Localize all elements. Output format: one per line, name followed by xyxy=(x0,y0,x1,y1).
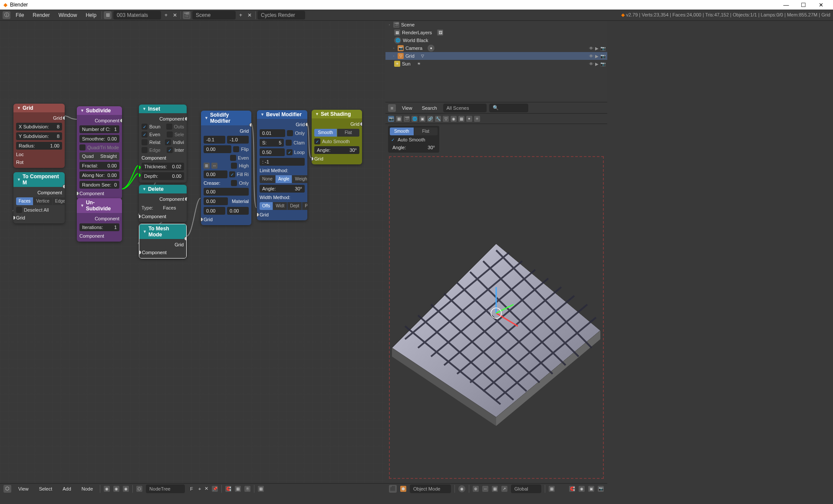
outliner-scene-row[interactable]: ◦🎬Scene xyxy=(385,21,607,29)
shading-mode-segment[interactable]: SmoothFlat xyxy=(314,128,359,137)
selectable-icon[interactable]: ▶ xyxy=(595,54,599,59)
pin-icon[interactable]: 📌 xyxy=(212,486,218,492)
pivot-icon[interactable]: ⊕ xyxy=(473,486,479,492)
bevel-width-segment[interactable]: OffsWidtDeptPerc xyxy=(260,201,305,211)
node-to-mesh[interactable]: To Mesh Mode Grid Component xyxy=(139,224,187,259)
opengl-render-icon[interactable]: 📷 xyxy=(598,486,604,492)
texture-icon[interactable]: ▦ xyxy=(458,116,464,122)
fake-user-button[interactable]: F xyxy=(188,486,195,491)
selectable-icon[interactable]: ▶ xyxy=(595,62,599,66)
node-unsubdivide-header[interactable]: Un-Subdivide xyxy=(77,198,122,213)
subdiv-quad-field[interactable]: QuadStraight xyxy=(79,152,119,160)
nodetree-icon[interactable]: ⬡ xyxy=(136,486,142,492)
node-set-shading[interactable]: Set Shading Grid SmoothFlat Auto Smooth … xyxy=(312,110,362,164)
node-bevel[interactable]: Bevel Modifier Grid 0.01Only S:5Clam 0.5… xyxy=(257,110,307,220)
orientation-field[interactable]: Global xyxy=(511,484,541,493)
transform-icon[interactable]: ↗ xyxy=(501,486,507,492)
nodetree-add-button[interactable]: + xyxy=(198,486,201,491)
visibility-icon[interactable]: 👁 xyxy=(589,62,593,66)
socket-out[interactable] xyxy=(184,117,187,121)
constraint-icon[interactable]: 🔗 xyxy=(427,116,433,122)
socket-out[interactable] xyxy=(63,116,65,120)
snap-type-icon[interactable]: ▦ xyxy=(235,486,241,492)
invert-icon[interactable]: ↔ xyxy=(211,163,217,169)
node-grid[interactable]: Grid Grid X Subdivision:8 Y Subdivision:… xyxy=(13,104,65,168)
node-tree-type-icon[interactable]: ◉ xyxy=(104,486,110,492)
backdrop-icon[interactable]: ▦ xyxy=(258,486,264,492)
outliner-world-row[interactable]: 🌐World Black xyxy=(385,36,607,44)
socket-out[interactable] xyxy=(305,122,307,127)
menu-help[interactable]: Help xyxy=(82,11,100,19)
node-menu-add[interactable]: Add xyxy=(59,485,75,492)
socket-out[interactable] xyxy=(184,236,187,241)
modifier-icon[interactable]: 🔧 xyxy=(435,116,441,122)
render-icon[interactable]: 📷 xyxy=(600,62,606,66)
component-type-segment[interactable]: FacesVerticeEdges xyxy=(16,196,62,206)
3d-viewport[interactable]: SmoothFlat Auto Smooth Angle:30° xyxy=(385,124,607,494)
node-unsubdivide[interactable]: Un-Subdivide Component Iterations:1 Comp… xyxy=(77,198,122,242)
node-to-component-header[interactable]: To Component M xyxy=(13,172,65,187)
subdiv-along-field[interactable]: Along Nor:0.00 xyxy=(79,171,119,179)
node-subdivide[interactable]: Subdivide Component Number of C:1 Smooth… xyxy=(77,106,122,199)
scene-add-button[interactable]: + xyxy=(237,12,244,18)
subdiv-smooth-field[interactable]: Smoothne:0.00 xyxy=(79,135,119,143)
menu-file[interactable]: File xyxy=(12,11,27,19)
node-subdivide-header[interactable]: Subdivide xyxy=(77,106,122,115)
close-button[interactable]: ✕ xyxy=(812,0,830,9)
layers-icon[interactable]: ▦ xyxy=(492,486,498,492)
node-solidify-header[interactable]: Solidify Modifier xyxy=(201,111,251,125)
inset-depth-field[interactable]: Depth:0.00 xyxy=(142,172,184,180)
outliner-sun-row[interactable]: ☀Sun ☀ 👁▶📷 xyxy=(385,60,607,68)
node-shading-header[interactable]: Set Shading xyxy=(312,110,362,118)
deselect-checkbox[interactable] xyxy=(16,207,22,213)
bevel-limit-segment[interactable]: NoneAngleWeigh xyxy=(260,174,305,184)
node-bevel-header[interactable]: Bevel Modifier xyxy=(257,110,307,119)
quadtri-checkbox[interactable] xyxy=(79,144,86,151)
layer-button[interactable]: ▦ xyxy=(549,486,555,492)
outliner-camera-row[interactable]: ◦📷Camera ● 👁▶📷 xyxy=(385,44,607,52)
node-delete-header[interactable]: Delete xyxy=(139,185,187,193)
3dview-editor-icon[interactable]: ⬛ xyxy=(389,485,397,493)
scene-icon[interactable]: 🎬 xyxy=(183,11,191,19)
node-tree-type2-icon[interactable]: ◉ xyxy=(113,486,119,492)
socket-out[interactable] xyxy=(249,123,251,127)
node-tree-type3-icon[interactable]: ◉ xyxy=(123,486,129,492)
render-icon[interactable]: 📷 xyxy=(600,46,606,51)
layout-remove-button[interactable]: ✕ xyxy=(171,12,179,18)
minimize-button[interactable]: — xyxy=(777,0,795,9)
node-menu-view[interactable]: View xyxy=(15,485,32,492)
nodetree-remove-button[interactable]: ✕ xyxy=(204,486,208,491)
editor-type-node-icon[interactable]: ⬡ xyxy=(3,485,11,493)
node-menu-node[interactable]: Node xyxy=(78,485,96,492)
layout-add-button[interactable]: + xyxy=(163,12,169,18)
render-border-icon[interactable]: ▣ xyxy=(588,486,594,492)
snap-icon[interactable]: 🧲 xyxy=(225,486,231,492)
menu-render[interactable]: Render xyxy=(29,11,53,19)
node-delete[interactable]: Delete Component Type:Faces Component xyxy=(139,185,187,222)
outliner[interactable]: ◦🎬Scene ▦RenderLayers 🖼 🌐World Black ◦📷C… xyxy=(385,21,607,102)
mode-field[interactable]: Object Mode xyxy=(410,484,451,493)
proportional-icon[interactable]: ◉ xyxy=(579,486,585,492)
socket-out[interactable] xyxy=(360,122,362,126)
socket-out[interactable] xyxy=(120,118,122,123)
editor-type-icon[interactable]: ⓘ xyxy=(3,11,10,19)
scene-field[interactable]: Scene xyxy=(192,11,236,20)
maximize-button[interactable]: ☐ xyxy=(795,0,812,9)
socket-out[interactable] xyxy=(184,197,187,201)
scene-prop-icon[interactable]: 🎬 xyxy=(404,116,410,122)
node-solidify[interactable]: Solidify Modifier Grid -0.1-1.0 0.00Flip… xyxy=(201,111,251,225)
physics-icon[interactable]: ⚛ xyxy=(474,116,480,122)
inset-thickness-field[interactable]: Thickness:0.02 xyxy=(142,163,184,170)
grid-ysubdiv-field[interactable]: Y Subdivision:8 xyxy=(16,132,62,140)
scene-remove-button[interactable]: ✕ xyxy=(246,12,254,18)
node-menu-select[interactable]: Select xyxy=(36,485,56,492)
subdiv-fractal-field[interactable]: Fractal:0.00 xyxy=(79,162,119,170)
outliner-renderlayers-row[interactable]: ▦RenderLayers 🖼 xyxy=(385,29,607,36)
socket-out[interactable] xyxy=(63,184,65,189)
snap-icon[interactable]: 🧲 xyxy=(569,486,575,492)
outliner-view-menu[interactable]: View xyxy=(398,105,416,111)
outliner-grid-row[interactable]: ◦▽Grid ▽ 👁▶📷 xyxy=(385,52,607,60)
material-icon[interactable]: ◉ xyxy=(451,116,457,122)
world-prop-icon[interactable]: 🌐 xyxy=(412,116,418,122)
shading-solid-icon[interactable]: ◉ xyxy=(458,485,465,492)
